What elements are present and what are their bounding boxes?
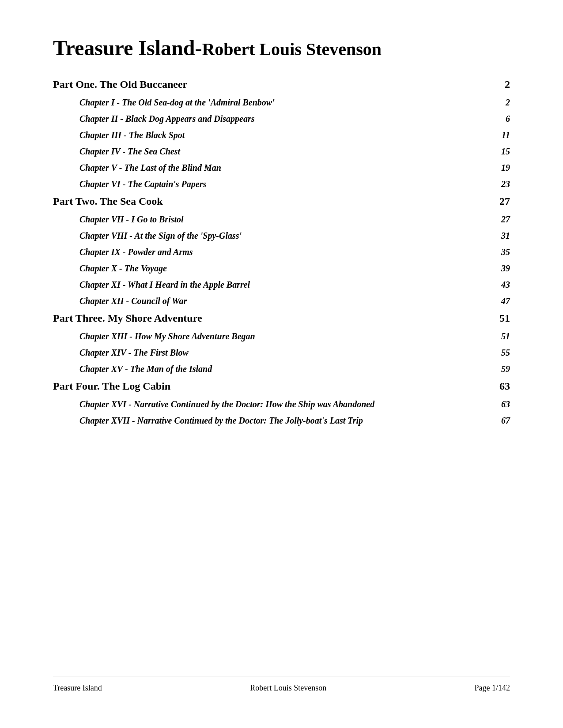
toc-chapter-entry[interactable]: Chapter VI - The Captain's Papers23 — [53, 179, 510, 189]
chapter-title: Chapter XVI - Narrative Continued by the… — [53, 399, 492, 409]
book-title: Treasure Island-Robert Louis Stevenson — [53, 35, 510, 61]
chapter-page-num: 19 — [492, 163, 510, 173]
chapter-page-num: 39 — [492, 263, 510, 274]
chapter-title: Chapter VIII - At the Sign of the 'Spy-G… — [53, 231, 492, 241]
footer-book-title: Treasure Island — [53, 683, 102, 693]
toc-chapter-entry[interactable]: Chapter XVI - Narrative Continued by the… — [53, 399, 510, 409]
part-page-num: 2 — [492, 79, 510, 90]
title-separator: - — [195, 36, 202, 60]
part-page-num: 27 — [492, 195, 510, 207]
toc-chapter-entry[interactable]: Chapter V - The Last of the Blind Man19 — [53, 163, 510, 173]
chapter-page-num: 15 — [492, 146, 510, 157]
chapter-page-num: 11 — [492, 130, 510, 140]
toc-chapter-entry[interactable]: Chapter XI - What I Heard in the Apple B… — [53, 280, 510, 290]
toc-chapter-entry[interactable]: Chapter I - The Old Sea-dog at the 'Admi… — [53, 98, 510, 108]
part-page-num: 51 — [492, 312, 510, 324]
toc-part-entry[interactable]: Part One. The Old Buccaneer2 — [53, 79, 510, 90]
toc-chapter-entry[interactable]: Chapter XII - Council of War47 — [53, 296, 510, 306]
chapter-page-num: 47 — [492, 296, 510, 306]
chapter-page-num: 23 — [492, 179, 510, 189]
footer-author: Robert Louis Stevenson — [250, 683, 326, 693]
toc-chapter-entry[interactable]: Chapter IV - The Sea Chest15 — [53, 146, 510, 157]
chapter-title: Chapter IX - Powder and Arms — [53, 247, 492, 257]
toc-chapter-entry[interactable]: Chapter IX - Powder and Arms35 — [53, 247, 510, 257]
chapter-page-num: 59 — [492, 364, 510, 374]
chapter-title: Chapter II - Black Dog Appears and Disap… — [53, 114, 492, 124]
toc-chapter-entry[interactable]: Chapter XIV - The First Blow55 — [53, 348, 510, 358]
toc-part-entry[interactable]: Part Two. The Sea Cook27 — [53, 195, 510, 207]
chapter-page-num: 43 — [492, 280, 510, 290]
toc-chapter-entry[interactable]: Chapter XVII - Narrative Continued by th… — [53, 416, 510, 426]
chapter-title: Chapter V - The Last of the Blind Man — [53, 163, 492, 173]
chapter-title: Chapter XIII - How My Shore Adventure Be… — [53, 331, 492, 341]
part-title: Part One. The Old Buccaneer — [53, 79, 492, 90]
chapter-title: Chapter VI - The Captain's Papers — [53, 179, 492, 189]
toc-part-entry[interactable]: Part Three. My Shore Adventure51 — [53, 312, 510, 324]
chapter-page-num: 67 — [492, 416, 510, 426]
chapter-title: Chapter I - The Old Sea-dog at the 'Admi… — [53, 98, 492, 108]
chapter-title: Chapter III - The Black Spot — [53, 130, 492, 140]
chapter-title: Chapter XII - Council of War — [53, 296, 492, 306]
chapter-page-num: 6 — [492, 114, 510, 124]
part-page-num: 63 — [492, 380, 510, 392]
toc-chapter-entry[interactable]: Chapter XIII - How My Shore Adventure Be… — [53, 331, 510, 341]
chapter-page-num: 2 — [492, 98, 510, 108]
chapter-page-num: 51 — [492, 331, 510, 341]
toc-part-entry[interactable]: Part Four. The Log Cabin63 — [53, 380, 510, 392]
toc-chapter-entry[interactable]: Chapter X - The Voyage39 — [53, 263, 510, 274]
chapter-title: Chapter XIV - The First Blow — [53, 348, 492, 358]
toc-chapter-entry[interactable]: Chapter III - The Black Spot11 — [53, 130, 510, 140]
chapter-page-num: 55 — [492, 348, 510, 358]
chapter-title: Chapter XVII - Narrative Continued by th… — [53, 416, 492, 426]
toc-chapter-entry[interactable]: Chapter II - Black Dog Appears and Disap… — [53, 114, 510, 124]
footer: Treasure Island Robert Louis Stevenson P… — [53, 676, 510, 693]
toc-chapter-entry[interactable]: Chapter VII - I Go to Bristol27 — [53, 214, 510, 225]
chapter-title: Chapter X - The Voyage — [53, 263, 492, 274]
part-title: Part Three. My Shore Adventure — [53, 312, 492, 324]
chapter-title: Chapter VII - I Go to Bristol — [53, 214, 492, 225]
page: Treasure Island-Robert Louis Stevenson P… — [0, 0, 563, 728]
chapter-title: Chapter IV - The Sea Chest — [53, 146, 492, 157]
toc-container: Part One. The Old Buccaneer2Chapter I - … — [53, 79, 510, 426]
part-title: Part Four. The Log Cabin — [53, 380, 492, 392]
title-author: Robert Louis Stevenson — [202, 39, 382, 59]
chapter-title: Chapter XI - What I Heard in the Apple B… — [53, 280, 492, 290]
chapter-title: Chapter XV - The Man of the Island — [53, 364, 492, 374]
chapter-page-num: 31 — [492, 231, 510, 241]
footer-page-label: Page 1/142 — [475, 683, 510, 693]
part-title: Part Two. The Sea Cook — [53, 195, 492, 207]
chapter-page-num: 35 — [492, 247, 510, 257]
content-area: Treasure Island-Robert Louis Stevenson P… — [53, 35, 510, 658]
toc-chapter-entry[interactable]: Chapter XV - The Man of the Island59 — [53, 364, 510, 374]
toc-chapter-entry[interactable]: Chapter VIII - At the Sign of the 'Spy-G… — [53, 231, 510, 241]
chapter-page-num: 27 — [492, 214, 510, 225]
title-main: Treasure Island — [53, 36, 195, 60]
chapter-page-num: 63 — [492, 399, 510, 409]
